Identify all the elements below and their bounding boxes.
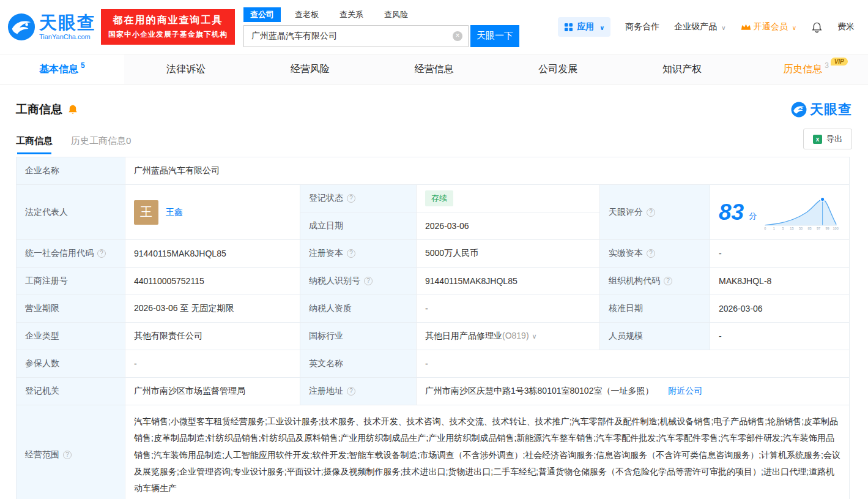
label-establish-date: 成立日期	[300, 212, 417, 240]
logo-text-cn: 天眼查	[39, 14, 96, 32]
label-industry: 国标行业	[300, 323, 417, 350]
nav-user[interactable]: 费米	[837, 21, 855, 32]
clear-icon[interactable]	[453, 31, 462, 41]
tab-label: 公司发展	[538, 63, 577, 76]
svg-text:1: 1	[773, 227, 775, 230]
apps-menu-button[interactable]: 应用	[558, 17, 610, 37]
subtab-business-info[interactable]: 工商信息	[16, 135, 53, 154]
label-legal-rep: 法定代表人	[17, 185, 125, 240]
value-reg-capital: 5000万人民币	[417, 240, 600, 268]
main-tab-bar: 基本信息 5 法律诉讼 经营风险 经营信息 公司发展 知识产权 历史信息 3 V…	[0, 54, 868, 84]
label-company-name: 企业名称	[17, 157, 125, 185]
label-insured-count: 参保人数	[17, 350, 125, 378]
help-icon[interactable]	[364, 277, 373, 285]
bell-icon	[811, 21, 823, 33]
tab-company-development[interactable]: 公司发展	[496, 54, 620, 84]
nav-business-cooperation[interactable]: 商务合作	[625, 21, 659, 32]
top-header: 天眼查 TianYanCha.com 都在用的商业查询工具 国家中小企业发展子基…	[0, 0, 868, 54]
score-distribution-chart: 0 1 5 15 50 85 97 99 100	[762, 194, 840, 231]
tab-operating-risk[interactable]: 经营风险	[248, 54, 372, 84]
svg-text:85: 85	[808, 227, 812, 230]
search-button[interactable]: 天眼一下	[470, 25, 519, 47]
table-row: 企业名称 广州蓝晶汽车有限公司	[17, 157, 850, 185]
brand-name: 天眼查	[810, 100, 852, 119]
tianyancha-logo-icon	[791, 102, 807, 118]
search-tab-boss[interactable]: 查老板	[288, 7, 325, 22]
chevron-down-icon	[598, 22, 604, 32]
table-row: 经营范围 汽车销售;小微型客车租赁经营服务;工业设计服务;技术服务、技术开发、技…	[17, 405, 850, 499]
value-taxpayer-id: 91440115MAK8JHQL85	[417, 268, 600, 295]
search-input[interactable]	[243, 25, 469, 47]
legal-rep-link[interactable]: 王鑫	[166, 207, 183, 218]
value-staff-size: -	[710, 323, 850, 350]
vip-badge: VIP	[831, 58, 848, 66]
table-row: 登记机关 广州市南沙区市场监督管理局 注册地址 广州市南沙区庆慧中路1号3栋80…	[17, 378, 850, 405]
value-reg-status: 存续	[417, 185, 600, 212]
value-industry: 其他日用产品修理业(O819)	[417, 323, 600, 350]
label-reg-capital: 注册资本	[300, 240, 417, 268]
tab-legal-proceedings[interactable]: 法律诉讼	[124, 54, 248, 84]
brand-watermark: 天眼查	[791, 100, 852, 119]
tab-count: 3	[825, 61, 829, 70]
label-reg-number: 工商注册号	[17, 268, 125, 295]
value-english-name: -	[417, 350, 850, 378]
excel-icon	[813, 135, 822, 144]
industry-code: (O819)	[502, 331, 529, 340]
label-company-type: 企业类型	[17, 323, 125, 350]
help-icon[interactable]	[647, 249, 655, 258]
value-paid-capital: -	[710, 240, 850, 268]
svg-text:100: 100	[833, 227, 839, 230]
tab-count: 5	[81, 61, 85, 70]
table-row: 法定代表人 王 王鑫 登记状态 存续 天眼评分 83 分	[17, 185, 850, 212]
nearby-companies-link[interactable]: 附近公司	[668, 386, 702, 396]
search-tabs: 查公司 查老板 查关系 查风险	[243, 7, 519, 22]
legal-rep-avatar[interactable]: 王	[134, 200, 158, 225]
help-icon[interactable]	[63, 451, 72, 459]
business-info-table: 企业名称 广州蓝晶汽车有限公司 法定代表人 王 王鑫 登记状态 存续 天眼评分 …	[16, 157, 850, 499]
tianyancha-logo-icon	[7, 13, 35, 41]
help-icon[interactable]	[347, 194, 355, 203]
value-company-name: 广州蓝晶汽车有限公司	[125, 157, 850, 185]
tab-operating-info[interactable]: 经营信息	[372, 54, 496, 84]
search-tab-risk[interactable]: 查风险	[377, 7, 415, 22]
tianyancha-logo[interactable]: 天眼查 TianYanCha.com	[7, 13, 96, 41]
logo-text-en: TianYanCha.com	[39, 34, 96, 40]
help-icon[interactable]	[97, 249, 106, 258]
chevron-down-icon[interactable]	[529, 331, 537, 340]
help-icon[interactable]	[347, 249, 355, 258]
label-reg-authority: 登记机关	[17, 378, 125, 405]
label-credit-code: 统一社会信用代码	[17, 240, 125, 268]
export-button[interactable]: 导出	[803, 129, 852, 149]
subtab-history-business-info[interactable]: 历史工商信息0	[71, 135, 131, 154]
nav-enterprise-products[interactable]: 企业级产品	[674, 21, 725, 32]
value-business-term: 2026-03-06 至 无固定期限	[125, 295, 300, 323]
svg-text:97: 97	[817, 227, 820, 230]
chevron-down-icon	[790, 22, 796, 32]
promo-line1: 都在用的商业查询工具	[108, 14, 228, 27]
search-tab-company[interactable]: 查公司	[243, 7, 281, 22]
svg-text:50: 50	[799, 227, 803, 230]
search-tab-relation[interactable]: 查关系	[333, 7, 370, 22]
export-label: 导出	[826, 133, 842, 144]
tab-intellectual-property[interactable]: 知识产权	[620, 54, 744, 84]
help-icon[interactable]	[664, 277, 672, 285]
help-icon[interactable]	[347, 387, 355, 396]
page-title: 工商信息	[16, 102, 62, 118]
subscribe-bell-icon[interactable]	[67, 104, 78, 115]
value-business-scope: 汽车销售;小微型客车租赁经营服务;工业设计服务;技术服务、技术开发、技术咨询、技…	[125, 405, 850, 499]
tab-label: 法律诉讼	[166, 63, 206, 76]
svg-text:15: 15	[790, 227, 794, 230]
help-icon[interactable]	[647, 208, 655, 217]
chevron-down-icon	[719, 22, 725, 32]
tab-history-info[interactable]: 历史信息 3 VIP	[744, 54, 868, 84]
notification-bell-button[interactable]	[811, 21, 823, 33]
nav-open-vip[interactable]: 开通会员	[741, 21, 796, 32]
score-unit: 分	[749, 211, 757, 222]
svg-text:5: 5	[782, 227, 784, 230]
label-staff-size: 人员规模	[600, 323, 710, 350]
tab-basic-info[interactable]: 基本信息 5	[0, 54, 124, 84]
value-establish-date: 2026-03-06	[417, 212, 600, 240]
value-reg-address: 广州市南沙区庆慧中路1号3栋80101室80102室（一址多照） 附近公司	[417, 378, 850, 405]
svg-text:99: 99	[826, 227, 829, 230]
value-legal-rep: 王 王鑫	[125, 185, 300, 240]
